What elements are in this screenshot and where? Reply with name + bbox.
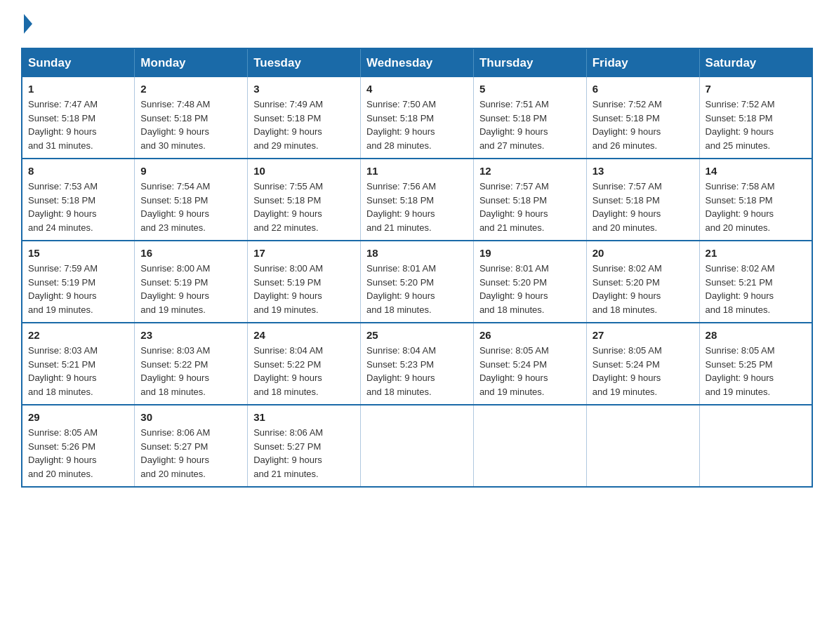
logo-arrow-icon — [24, 14, 32, 34]
calendar-week-4: 22Sunrise: 8:03 AMSunset: 5:21 PMDayligh… — [22, 323, 812, 405]
day-info: Sunrise: 7:48 AMSunset: 5:18 PMDaylight:… — [140, 98, 241, 152]
calendar-cell: 5Sunrise: 7:51 AMSunset: 5:18 PMDaylight… — [473, 77, 586, 159]
day-number: 31 — [253, 411, 355, 423]
calendar-week-2: 8Sunrise: 7:53 AMSunset: 5:18 PMDaylight… — [22, 159, 812, 241]
day-number: 1 — [28, 83, 128, 95]
day-number: 25 — [366, 329, 468, 341]
day-number: 3 — [253, 83, 355, 95]
calendar-cell: 30Sunrise: 8:06 AMSunset: 5:27 PMDayligh… — [135, 405, 248, 487]
calendar-cell — [699, 405, 812, 487]
day-info: Sunrise: 8:01 AMSunset: 5:20 PMDaylight:… — [366, 262, 468, 316]
calendar-cell: 9Sunrise: 7:54 AMSunset: 5:18 PMDaylight… — [135, 159, 248, 241]
day-number: 6 — [593, 83, 694, 95]
day-number: 14 — [706, 165, 806, 177]
day-info: Sunrise: 7:58 AMSunset: 5:18 PMDaylight:… — [706, 180, 806, 234]
day-info: Sunrise: 8:03 AMSunset: 5:21 PMDaylight:… — [28, 344, 128, 398]
day-info: Sunrise: 7:53 AMSunset: 5:18 PMDaylight:… — [28, 180, 128, 234]
day-info: Sunrise: 7:47 AMSunset: 5:18 PMDaylight:… — [28, 98, 128, 152]
day-info: Sunrise: 7:54 AMSunset: 5:18 PMDaylight:… — [140, 180, 241, 234]
calendar-cell: 17Sunrise: 8:00 AMSunset: 5:19 PMDayligh… — [248, 241, 361, 323]
weekday-header-monday: Monday — [135, 48, 248, 77]
calendar-cell: 6Sunrise: 7:52 AMSunset: 5:18 PMDaylight… — [586, 77, 699, 159]
calendar-cell — [586, 405, 699, 487]
calendar-cell: 25Sunrise: 8:04 AMSunset: 5:23 PMDayligh… — [361, 323, 474, 405]
day-info: Sunrise: 8:05 AMSunset: 5:26 PMDaylight:… — [28, 426, 128, 481]
day-number: 26 — [479, 329, 581, 341]
calendar-cell: 22Sunrise: 8:03 AMSunset: 5:21 PMDayligh… — [22, 323, 135, 405]
day-info: Sunrise: 8:00 AMSunset: 5:19 PMDaylight:… — [253, 262, 355, 316]
weekday-header-friday: Friday — [586, 48, 699, 77]
calendar-cell: 13Sunrise: 7:57 AMSunset: 5:18 PMDayligh… — [586, 159, 699, 241]
calendar-cell: 20Sunrise: 8:02 AMSunset: 5:20 PMDayligh… — [586, 241, 699, 323]
day-info: Sunrise: 7:51 AMSunset: 5:18 PMDaylight:… — [479, 98, 581, 152]
calendar-cell: 11Sunrise: 7:56 AMSunset: 5:18 PMDayligh… — [361, 159, 474, 241]
day-number: 12 — [479, 165, 581, 177]
day-info: Sunrise: 8:02 AMSunset: 5:21 PMDaylight:… — [706, 262, 806, 316]
day-info: Sunrise: 8:05 AMSunset: 5:24 PMDaylight:… — [479, 344, 581, 398]
calendar-cell: 1Sunrise: 7:47 AMSunset: 5:18 PMDaylight… — [22, 77, 135, 159]
day-number: 4 — [366, 83, 468, 95]
calendar-cell: 24Sunrise: 8:04 AMSunset: 5:22 PMDayligh… — [248, 323, 361, 405]
weekday-header-row: SundayMondayTuesdayWednesdayThursdayFrid… — [22, 48, 812, 77]
day-number: 2 — [140, 83, 241, 95]
day-number: 22 — [28, 329, 128, 341]
day-number: 27 — [593, 329, 694, 341]
day-number: 10 — [253, 165, 355, 177]
page-header — [21, 14, 813, 34]
weekday-header-wednesday: Wednesday — [361, 48, 474, 77]
day-info: Sunrise: 8:04 AMSunset: 5:23 PMDaylight:… — [366, 344, 468, 398]
calendar-cell: 23Sunrise: 8:03 AMSunset: 5:22 PMDayligh… — [135, 323, 248, 405]
day-info: Sunrise: 7:59 AMSunset: 5:19 PMDaylight:… — [28, 262, 128, 316]
calendar-cell: 26Sunrise: 8:05 AMSunset: 5:24 PMDayligh… — [473, 323, 586, 405]
day-info: Sunrise: 8:00 AMSunset: 5:19 PMDaylight:… — [140, 262, 241, 316]
day-number: 30 — [140, 411, 241, 423]
weekday-header-saturday: Saturday — [699, 48, 812, 77]
calendar-cell: 18Sunrise: 8:01 AMSunset: 5:20 PMDayligh… — [361, 241, 474, 323]
day-number: 5 — [479, 83, 581, 95]
calendar-week-3: 15Sunrise: 7:59 AMSunset: 5:19 PMDayligh… — [22, 241, 812, 323]
calendar-cell: 16Sunrise: 8:00 AMSunset: 5:19 PMDayligh… — [135, 241, 248, 323]
day-info: Sunrise: 8:06 AMSunset: 5:27 PMDaylight:… — [253, 426, 355, 481]
calendar-cell: 14Sunrise: 7:58 AMSunset: 5:18 PMDayligh… — [699, 159, 812, 241]
day-info: Sunrise: 7:55 AMSunset: 5:18 PMDaylight:… — [253, 180, 355, 234]
day-info: Sunrise: 8:03 AMSunset: 5:22 PMDaylight:… — [140, 344, 241, 398]
calendar-cell: 15Sunrise: 7:59 AMSunset: 5:19 PMDayligh… — [22, 241, 135, 323]
calendar-cell: 27Sunrise: 8:05 AMSunset: 5:24 PMDayligh… — [586, 323, 699, 405]
calendar-cell: 12Sunrise: 7:57 AMSunset: 5:18 PMDayligh… — [473, 159, 586, 241]
calendar-cell: 10Sunrise: 7:55 AMSunset: 5:18 PMDayligh… — [248, 159, 361, 241]
weekday-header-tuesday: Tuesday — [248, 48, 361, 77]
calendar-week-1: 1Sunrise: 7:47 AMSunset: 5:18 PMDaylight… — [22, 77, 812, 159]
weekday-header-sunday: Sunday — [22, 48, 135, 77]
day-info: Sunrise: 8:06 AMSunset: 5:27 PMDaylight:… — [140, 426, 241, 481]
calendar-cell — [361, 405, 474, 487]
logo — [21, 14, 32, 34]
day-number: 21 — [706, 247, 806, 259]
day-info: Sunrise: 7:56 AMSunset: 5:18 PMDaylight:… — [366, 180, 468, 234]
day-number: 13 — [593, 165, 694, 177]
day-number: 17 — [253, 247, 355, 259]
day-number: 24 — [253, 329, 355, 341]
day-number: 8 — [28, 165, 128, 177]
calendar-cell: 7Sunrise: 7:52 AMSunset: 5:18 PMDaylight… — [699, 77, 812, 159]
calendar-week-5: 29Sunrise: 8:05 AMSunset: 5:26 PMDayligh… — [22, 405, 812, 487]
day-info: Sunrise: 7:52 AMSunset: 5:18 PMDaylight:… — [593, 98, 694, 152]
calendar-cell: 8Sunrise: 7:53 AMSunset: 5:18 PMDaylight… — [22, 159, 135, 241]
calendar-cell: 19Sunrise: 8:01 AMSunset: 5:20 PMDayligh… — [473, 241, 586, 323]
day-info: Sunrise: 8:05 AMSunset: 5:24 PMDaylight:… — [593, 344, 694, 398]
day-number: 28 — [706, 329, 806, 341]
calendar-cell: 21Sunrise: 8:02 AMSunset: 5:21 PMDayligh… — [699, 241, 812, 323]
calendar-cell: 29Sunrise: 8:05 AMSunset: 5:26 PMDayligh… — [22, 405, 135, 487]
day-info: Sunrise: 8:04 AMSunset: 5:22 PMDaylight:… — [253, 344, 355, 398]
day-info: Sunrise: 8:01 AMSunset: 5:20 PMDaylight:… — [479, 262, 581, 316]
calendar-cell: 31Sunrise: 8:06 AMSunset: 5:27 PMDayligh… — [248, 405, 361, 487]
day-number: 20 — [593, 247, 694, 259]
day-number: 29 — [28, 411, 128, 423]
day-number: 18 — [366, 247, 468, 259]
day-number: 16 — [140, 247, 241, 259]
day-number: 23 — [140, 329, 241, 341]
calendar-cell: 4Sunrise: 7:50 AMSunset: 5:18 PMDaylight… — [361, 77, 474, 159]
day-number: 15 — [28, 247, 128, 259]
day-info: Sunrise: 7:57 AMSunset: 5:18 PMDaylight:… — [593, 180, 694, 234]
calendar-cell: 2Sunrise: 7:48 AMSunset: 5:18 PMDaylight… — [135, 77, 248, 159]
day-info: Sunrise: 7:50 AMSunset: 5:18 PMDaylight:… — [366, 98, 468, 152]
